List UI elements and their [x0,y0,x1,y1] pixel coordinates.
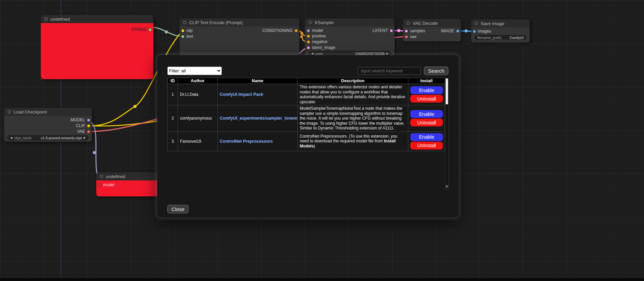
node-collapse-dot-icon[interactable] [309,21,312,24]
output-slot-conditioning[interactable]: CONDITIONING [262,28,298,33]
slot-dot-latent[interactable] [390,29,393,32]
cell-id: 1 [168,84,178,105]
link-midpoint-dot [397,29,400,32]
uninstall-button[interactable]: Uninstall [410,142,443,150]
link-midpoint-dot [300,32,303,35]
slot-dot-conditioning[interactable] [295,29,298,32]
node-body: STRING [41,23,153,79]
input-slot-images[interactable]: images [473,29,491,34]
header-description: Description [298,78,408,84]
cell-name: ComfyUI Impact Pack [218,84,298,105]
node-load-checkpoint[interactable]: Load Checkpoint MODEL CLIP VAE ◀ ckpt_na… [4,108,92,142]
input-slot-negative[interactable]: negative [307,39,327,44]
uninstall-button[interactable]: Uninstall [410,95,443,103]
node-ksampler[interactable]: KSampler model positive negative latent_… [305,18,395,56]
node-title-bar[interactable]: KSampler [305,18,395,27]
enable-button[interactable]: Enable [410,86,443,94]
node-body: model [96,180,159,196]
node-title-bar[interactable]: Save Image [471,19,530,28]
slot-dot-string[interactable] [149,28,152,31]
slot-dot-vae[interactable] [87,130,90,133]
input-slot-vae[interactable]: vae [405,34,416,39]
slot-dot-negative[interactable] [307,40,310,43]
cell-author: Dr.Lt.Data [178,84,218,105]
node-collapse-dot-icon[interactable] [7,110,11,113]
input-slot-model[interactable]: model [307,28,323,33]
dialog-footer: Close [167,205,448,213]
ckpt-name-widget[interactable]: ◀ ckpt_name v1-5-pruned-emaonly.ckpt ▶ [7,135,88,140]
slot-dot-clip[interactable] [181,29,184,32]
node-body: samples vae IMAGE [403,27,461,41]
enable-button[interactable]: Enable [410,133,443,141]
slot-dot-clip[interactable] [87,124,90,127]
table-scrollbar[interactable]: ▼ [445,78,449,189]
input-slot-text[interactable]: text [181,34,193,39]
scroll-down-arrow-icon[interactable]: ▼ [445,184,448,189]
link-midpoint-dot [93,151,96,154]
filename-prefix-widget[interactable]: filename_prefix ComfyUI [475,35,526,40]
node-title-bar[interactable]: undefined [96,172,159,180]
node-collapse-dot-icon[interactable] [183,21,186,24]
scrollbar-thumb[interactable] [446,78,448,104]
cell-install: Enable Uninstall [408,105,445,132]
slot-dot-samples[interactable] [405,30,408,33]
node-title-bar[interactable]: Load Checkpoint [4,108,92,116]
slot-dot-vae[interactable] [405,35,408,38]
link-midpoint-dot [165,31,168,34]
increment-arrow-icon[interactable]: ▶ [386,52,389,55]
increment-arrow-icon[interactable]: ▶ [84,136,86,139]
extension-link[interactable]: ComfyUI_experiments/sampler_tonemap [220,116,298,121]
input-slot-samples[interactable]: samples [405,29,425,33]
output-slot-image[interactable]: IMAGE [441,29,459,33]
node-body: model positive negative latent_image LAT… [305,27,395,56]
slot-dot-image[interactable] [456,30,459,33]
node-vae-decode[interactable]: VAE Decode samples vae IMAGE [403,19,461,41]
uninstall-button[interactable]: Uninstall [410,119,443,126]
node-save-image[interactable]: Save Image images filename_prefix ComfyU… [471,19,530,42]
node-title-bar[interactable]: CLIP Text Encode (Prompt) [180,18,299,27]
input-slot-latent-image[interactable]: latent_image [307,45,335,50]
extension-row: 3 Fannovel16 ControlNet Preprocessors Co… [168,131,445,151]
slot-dot-images[interactable] [473,30,476,33]
node-title: undefined [50,17,70,22]
input-slot-clip[interactable]: clip [181,28,193,33]
filter-select[interactable]: Filter: all [167,67,222,75]
enable-button[interactable]: Enable [410,110,443,118]
input-slot-model[interactable]: model [98,182,114,187]
slot-dot-positive[interactable] [307,35,310,38]
output-slot-model[interactable]: MODEL [70,118,90,122]
output-slot-vae[interactable]: VAE [77,129,90,134]
node-clip-text-encode[interactable]: CLIP Text Encode (Prompt) clip text COND… [180,18,299,56]
decrement-arrow-icon[interactable]: ◀ [10,136,12,139]
table-header-row: ID Author Name Description Install [168,78,445,84]
output-slot-latent[interactable]: LATENT [373,28,393,33]
node-title-bar[interactable]: undefined [41,15,153,23]
custom-nodes-manager-dialog: Filter: all Search ID Author Name De [157,55,459,217]
slot-dot-model[interactable] [87,119,90,122]
cell-install: Enable Uninstall [408,131,445,151]
slot-dot-model[interactable] [307,29,310,32]
decrement-arrow-icon[interactable]: ◀ [311,52,313,55]
node-collapse-dot-icon[interactable] [44,17,48,21]
node-collapse-dot-icon[interactable] [100,175,103,178]
cell-name: ControlNet Preprocessors [218,131,298,151]
output-slot-string[interactable]: STRING [131,27,152,32]
search-button[interactable]: Search [424,67,448,75]
node-canvas[interactable]: undefined STRING CLIP Text Encode (Promp… [0,0,644,281]
slot-dot-latent-image[interactable] [307,46,310,49]
close-button[interactable]: Close [167,205,188,213]
node-collapse-dot-icon[interactable] [475,22,478,25]
cell-name: ComfyUI_experiments/sampler_tonemap [218,105,298,132]
extension-table-region: ID Author Name Description Install 1 Dr.… [167,78,449,189]
node-collapse-dot-icon[interactable] [407,21,410,25]
extension-link[interactable]: ComfyUI Impact Pack [220,92,263,97]
node-title-bar[interactable]: VAE Decode [403,19,461,27]
slot-dot-text[interactable] [181,35,184,38]
extension-link[interactable]: ControlNet Preprocessors [220,139,273,144]
node-undefined-bottom[interactable]: undefined model [96,172,159,196]
output-slot-clip[interactable]: CLIP [76,123,90,128]
input-slot-positive[interactable]: positive [307,34,326,38]
slot-dot-model[interactable] [98,183,101,187]
node-undefined-top[interactable]: undefined STRING [41,15,153,79]
search-input[interactable] [358,67,421,75]
